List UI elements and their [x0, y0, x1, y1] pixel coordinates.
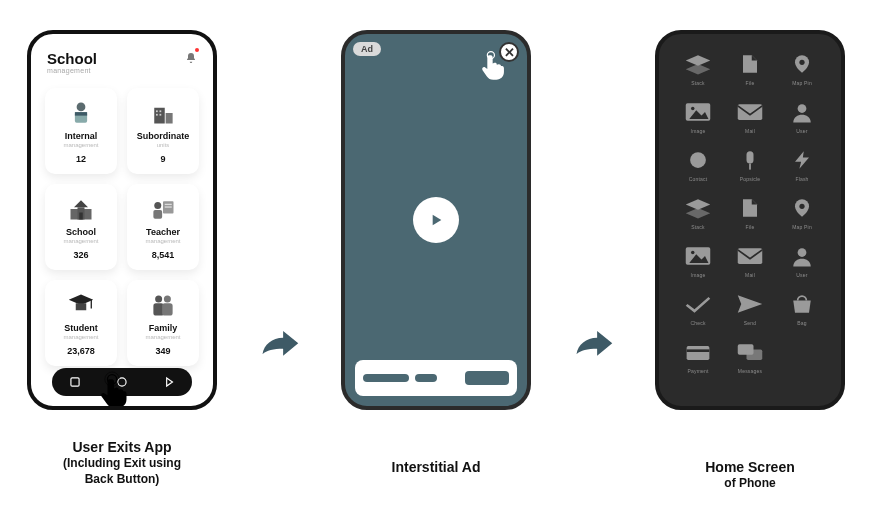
home-app-circle[interactable]: Contact — [677, 148, 719, 182]
school-building-icon — [67, 195, 95, 223]
home-app-user[interactable]: User — [781, 100, 823, 134]
home-app-label: Mail — [745, 272, 755, 278]
svg-point-13 — [154, 202, 161, 209]
svg-rect-17 — [165, 206, 172, 207]
svg-marker-27 — [166, 378, 172, 386]
home-app-bag[interactable]: Bag — [781, 292, 823, 326]
home-app-label: Send — [744, 320, 756, 326]
file-icon — [736, 196, 764, 220]
card-school[interactable]: School management 326 — [45, 184, 117, 270]
home-app-label: User — [796, 272, 807, 278]
ad-title-placeholder — [363, 374, 409, 382]
ad-footer — [355, 360, 517, 396]
home-app-image[interactable]: Image — [677, 100, 719, 134]
caption-home: Home Screen of Phone — [705, 458, 794, 492]
home-app-stack[interactable]: Stack — [677, 52, 719, 86]
home-app-label: Image — [691, 272, 706, 278]
bolt-icon — [788, 148, 816, 172]
card-count: 9 — [160, 154, 165, 164]
card-count: 326 — [73, 250, 88, 260]
caption-exit: User Exits App (Including Exit using Bac… — [63, 438, 181, 487]
image-icon — [684, 244, 712, 268]
back-button[interactable] — [162, 375, 176, 389]
home-app-pin[interactable]: Map Pin — [781, 52, 823, 86]
home-app-label: Map Pin — [792, 80, 812, 86]
ad-subtitle-placeholder — [415, 374, 437, 382]
bag-icon — [788, 292, 816, 316]
home-app-label: Check — [690, 320, 705, 326]
mail-icon — [736, 244, 764, 268]
home-app-pop[interactable]: Popsicle — [729, 148, 771, 182]
notification-bell-icon[interactable] — [185, 50, 197, 62]
tap-hand-icon — [98, 370, 140, 410]
home-app-label: Stack — [691, 80, 705, 86]
card-family[interactable]: Family management 349 — [127, 280, 199, 366]
svg-marker-10 — [74, 200, 88, 207]
svg-rect-24 — [162, 303, 173, 315]
teacher-icon — [149, 195, 177, 223]
arrow-right-icon — [571, 324, 615, 368]
graduation-cap-icon — [67, 291, 95, 319]
send-icon — [736, 292, 764, 316]
home-app-chat[interactable]: Messages — [729, 340, 771, 374]
card-sub: units — [157, 142, 170, 148]
home-app-mail[interactable]: Mail — [729, 100, 771, 134]
svg-point-0 — [77, 102, 86, 111]
card-sub: management — [63, 142, 98, 148]
card-subordinate[interactable]: Subordinate units 9 — [127, 88, 199, 174]
home-app-label: Popsicle — [740, 176, 761, 182]
person-icon — [67, 99, 95, 127]
card-name: Family — [149, 323, 178, 333]
home-app-file[interactable]: File — [729, 196, 771, 230]
home-app-check[interactable]: Check — [677, 292, 719, 326]
home-app-stack[interactable]: Stack — [677, 196, 719, 230]
family-icon — [149, 291, 177, 319]
home-app-pin[interactable]: Map Pin — [781, 196, 823, 230]
stack-icon — [684, 196, 712, 220]
ad-badge: Ad — [353, 42, 381, 56]
caption-ad: Interstitial Ad — [392, 458, 481, 476]
recent-apps-button[interactable] — [68, 375, 82, 389]
svg-rect-14 — [153, 209, 162, 218]
card-teacher[interactable]: Teacher management 8,541 — [127, 184, 199, 270]
home-app-label: Image — [691, 128, 706, 134]
card-student[interactable]: Student management 23,678 — [45, 280, 117, 366]
user-icon — [788, 244, 816, 268]
chat-icon — [736, 340, 764, 364]
home-app-card[interactable]: Payment — [677, 340, 719, 374]
tap-hand-icon — [479, 48, 517, 86]
home-app-image[interactable]: Image — [677, 244, 719, 278]
app-title: School — [47, 50, 97, 67]
card-internal[interactable]: Internal management 12 — [45, 88, 117, 174]
svg-point-21 — [155, 295, 162, 302]
building-icon — [149, 99, 177, 127]
card-name: Student — [64, 323, 98, 333]
home-app-bolt[interactable]: Flash — [781, 148, 823, 182]
home-app-label: File — [746, 224, 755, 230]
svg-rect-2 — [75, 112, 87, 116]
home-app-file[interactable]: File — [729, 52, 771, 86]
circle-icon — [684, 148, 712, 172]
card-count: 349 — [155, 346, 170, 356]
card-name: Subordinate — [137, 131, 190, 141]
card-name: School — [66, 227, 96, 237]
home-app-user[interactable]: User — [781, 244, 823, 278]
file-icon — [736, 52, 764, 76]
card-sub: management — [145, 238, 180, 244]
home-app-label: Map Pin — [792, 224, 812, 230]
ad-cta-button[interactable] — [465, 371, 509, 385]
card-sub: management — [63, 238, 98, 244]
home-app-label: Mail — [745, 128, 755, 134]
home-app-send[interactable]: Send — [729, 292, 771, 326]
home-app-mail[interactable]: Mail — [729, 244, 771, 278]
svg-point-22 — [164, 295, 171, 302]
dashboard-cards: Internal management 12 Subordinate units… — [31, 80, 213, 366]
check-icon — [684, 292, 712, 316]
card-count: 12 — [76, 154, 86, 164]
stack-icon — [684, 52, 712, 76]
pop-icon — [736, 148, 764, 172]
app-subtitle: management — [47, 67, 97, 74]
card-icon — [684, 340, 712, 364]
play-button[interactable] — [413, 197, 459, 243]
home-app-label: File — [746, 80, 755, 86]
